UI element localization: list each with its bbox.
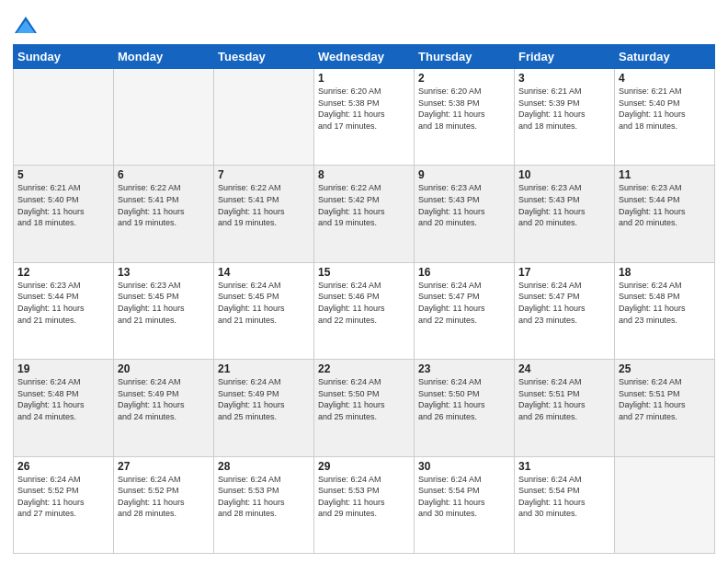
day-number: 18	[619, 266, 711, 279]
logo-icon	[13, 13, 39, 39]
calendar-cell: 5Sunrise: 6:21 AM Sunset: 5:40 PM Daylig…	[14, 166, 114, 262]
day-info: Sunrise: 6:24 AM Sunset: 5:49 PM Dayligh…	[118, 376, 210, 422]
day-number: 2	[418, 72, 510, 85]
calendar-week-0: 1Sunrise: 6:20 AM Sunset: 5:38 PM Daylig…	[14, 69, 715, 166]
calendar-cell	[615, 456, 715, 553]
day-info: Sunrise: 6:23 AM Sunset: 5:44 PM Dayligh…	[619, 182, 711, 228]
calendar-cell	[14, 69, 114, 166]
day-number: 12	[17, 266, 109, 279]
day-number: 9	[418, 168, 510, 181]
day-number: 8	[318, 168, 410, 181]
calendar-cell: 18Sunrise: 6:24 AM Sunset: 5:48 PM Dayli…	[615, 262, 715, 359]
day-info: Sunrise: 6:24 AM Sunset: 5:50 PM Dayligh…	[418, 376, 510, 422]
weekday-header-row: SundayMondayTuesdayWednesdayThursdayFrid…	[14, 45, 715, 69]
day-number: 3	[518, 72, 610, 85]
day-info: Sunrise: 6:20 AM Sunset: 5:38 PM Dayligh…	[418, 86, 510, 132]
day-info: Sunrise: 6:22 AM Sunset: 5:42 PM Dayligh…	[318, 182, 410, 228]
day-number: 27	[118, 460, 210, 473]
day-info: Sunrise: 6:24 AM Sunset: 5:51 PM Dayligh…	[619, 376, 711, 422]
day-number: 15	[318, 266, 410, 279]
day-number: 29	[318, 460, 410, 473]
day-info: Sunrise: 6:20 AM Sunset: 5:38 PM Dayligh…	[318, 86, 410, 132]
calendar-cell: 4Sunrise: 6:21 AM Sunset: 5:40 PM Daylig…	[615, 69, 715, 166]
day-info: Sunrise: 6:24 AM Sunset: 5:54 PM Dayligh…	[418, 474, 510, 520]
day-info: Sunrise: 6:24 AM Sunset: 5:47 PM Dayligh…	[418, 280, 510, 326]
calendar-cell: 16Sunrise: 6:24 AM Sunset: 5:47 PM Dayli…	[415, 262, 515, 359]
calendar-cell: 6Sunrise: 6:22 AM Sunset: 5:41 PM Daylig…	[114, 166, 214, 262]
day-number: 26	[17, 460, 109, 473]
day-number: 1	[318, 72, 410, 85]
logo	[13, 13, 40, 39]
day-number: 16	[418, 266, 510, 279]
calendar-cell: 10Sunrise: 6:23 AM Sunset: 5:43 PM Dayli…	[515, 166, 615, 262]
day-number: 14	[218, 266, 310, 279]
day-info: Sunrise: 6:24 AM Sunset: 5:48 PM Dayligh…	[17, 376, 109, 422]
day-number: 28	[218, 460, 310, 473]
day-info: Sunrise: 6:24 AM Sunset: 5:51 PM Dayligh…	[518, 376, 610, 422]
calendar-cell: 1Sunrise: 6:20 AM Sunset: 5:38 PM Daylig…	[314, 69, 415, 166]
calendar-cell: 29Sunrise: 6:24 AM Sunset: 5:53 PM Dayli…	[314, 456, 415, 553]
calendar-cell: 2Sunrise: 6:20 AM Sunset: 5:38 PM Daylig…	[415, 69, 515, 166]
day-number: 20	[118, 362, 210, 375]
day-info: Sunrise: 6:21 AM Sunset: 5:40 PM Dayligh…	[17, 182, 109, 228]
calendar-cell: 17Sunrise: 6:24 AM Sunset: 5:47 PM Dayli…	[515, 262, 615, 359]
calendar-week-2: 12Sunrise: 6:23 AM Sunset: 5:44 PM Dayli…	[14, 262, 715, 359]
calendar-cell: 24Sunrise: 6:24 AM Sunset: 5:51 PM Dayli…	[515, 360, 615, 456]
day-info: Sunrise: 6:24 AM Sunset: 5:47 PM Dayligh…	[518, 280, 610, 326]
calendar-week-1: 5Sunrise: 6:21 AM Sunset: 5:40 PM Daylig…	[14, 166, 715, 262]
page: SundayMondayTuesdayWednesdayThursdayFrid…	[0, 0, 728, 563]
day-number: 5	[17, 168, 109, 181]
calendar-cell: 13Sunrise: 6:23 AM Sunset: 5:45 PM Dayli…	[114, 262, 214, 359]
day-number: 7	[218, 168, 310, 181]
weekday-friday: Friday	[515, 45, 615, 69]
day-info: Sunrise: 6:23 AM Sunset: 5:44 PM Dayligh…	[17, 280, 109, 326]
weekday-tuesday: Tuesday	[214, 45, 314, 69]
day-number: 4	[619, 72, 711, 85]
calendar-cell: 25Sunrise: 6:24 AM Sunset: 5:51 PM Dayli…	[615, 360, 715, 456]
day-info: Sunrise: 6:23 AM Sunset: 5:43 PM Dayligh…	[418, 182, 510, 228]
day-info: Sunrise: 6:24 AM Sunset: 5:48 PM Dayligh…	[619, 280, 711, 326]
calendar-cell: 14Sunrise: 6:24 AM Sunset: 5:45 PM Dayli…	[214, 262, 314, 359]
day-info: Sunrise: 6:22 AM Sunset: 5:41 PM Dayligh…	[218, 182, 310, 228]
calendar-cell: 30Sunrise: 6:24 AM Sunset: 5:54 PM Dayli…	[415, 456, 515, 553]
weekday-monday: Monday	[114, 45, 214, 69]
calendar-cell: 11Sunrise: 6:23 AM Sunset: 5:44 PM Dayli…	[615, 166, 715, 262]
day-info: Sunrise: 6:23 AM Sunset: 5:43 PM Dayligh…	[518, 182, 610, 228]
calendar-cell: 27Sunrise: 6:24 AM Sunset: 5:52 PM Dayli…	[114, 456, 214, 553]
day-number: 19	[17, 362, 109, 375]
calendar-cell: 20Sunrise: 6:24 AM Sunset: 5:49 PM Dayli…	[114, 360, 214, 456]
calendar-cell: 19Sunrise: 6:24 AM Sunset: 5:48 PM Dayli…	[14, 360, 114, 456]
calendar-cell: 23Sunrise: 6:24 AM Sunset: 5:50 PM Dayli…	[415, 360, 515, 456]
calendar-cell: 8Sunrise: 6:22 AM Sunset: 5:42 PM Daylig…	[314, 166, 415, 262]
calendar-table: SundayMondayTuesdayWednesdayThursdayFrid…	[13, 44, 715, 554]
calendar-cell: 12Sunrise: 6:23 AM Sunset: 5:44 PM Dayli…	[14, 262, 114, 359]
calendar-cell: 3Sunrise: 6:21 AM Sunset: 5:39 PM Daylig…	[515, 69, 615, 166]
calendar-cell: 31Sunrise: 6:24 AM Sunset: 5:54 PM Dayli…	[515, 456, 615, 553]
day-info: Sunrise: 6:24 AM Sunset: 5:49 PM Dayligh…	[218, 376, 310, 422]
day-info: Sunrise: 6:23 AM Sunset: 5:45 PM Dayligh…	[118, 280, 210, 326]
day-info: Sunrise: 6:21 AM Sunset: 5:40 PM Dayligh…	[619, 86, 711, 132]
day-info: Sunrise: 6:24 AM Sunset: 5:52 PM Dayligh…	[17, 474, 109, 520]
calendar-week-4: 26Sunrise: 6:24 AM Sunset: 5:52 PM Dayli…	[14, 456, 715, 553]
day-number: 11	[619, 168, 711, 181]
day-info: Sunrise: 6:24 AM Sunset: 5:53 PM Dayligh…	[218, 474, 310, 520]
day-info: Sunrise: 6:24 AM Sunset: 5:50 PM Dayligh…	[318, 376, 410, 422]
day-info: Sunrise: 6:22 AM Sunset: 5:41 PM Dayligh…	[118, 182, 210, 228]
calendar-cell: 21Sunrise: 6:24 AM Sunset: 5:49 PM Dayli…	[214, 360, 314, 456]
day-number: 17	[518, 266, 610, 279]
day-number: 31	[518, 460, 610, 473]
calendar-cell: 9Sunrise: 6:23 AM Sunset: 5:43 PM Daylig…	[415, 166, 515, 262]
day-info: Sunrise: 6:24 AM Sunset: 5:52 PM Dayligh…	[118, 474, 210, 520]
day-number: 25	[619, 362, 711, 375]
calendar-cell: 28Sunrise: 6:24 AM Sunset: 5:53 PM Dayli…	[214, 456, 314, 553]
calendar-cell: 15Sunrise: 6:24 AM Sunset: 5:46 PM Dayli…	[314, 262, 415, 359]
calendar-cell: 26Sunrise: 6:24 AM Sunset: 5:52 PM Dayli…	[14, 456, 114, 553]
calendar-cell	[114, 69, 214, 166]
day-number: 21	[218, 362, 310, 375]
calendar-cell: 7Sunrise: 6:22 AM Sunset: 5:41 PM Daylig…	[214, 166, 314, 262]
weekday-saturday: Saturday	[615, 45, 715, 69]
calendar-cell	[214, 69, 314, 166]
day-number: 23	[418, 362, 510, 375]
weekday-thursday: Thursday	[415, 45, 515, 69]
day-info: Sunrise: 6:24 AM Sunset: 5:53 PM Dayligh…	[318, 474, 410, 520]
